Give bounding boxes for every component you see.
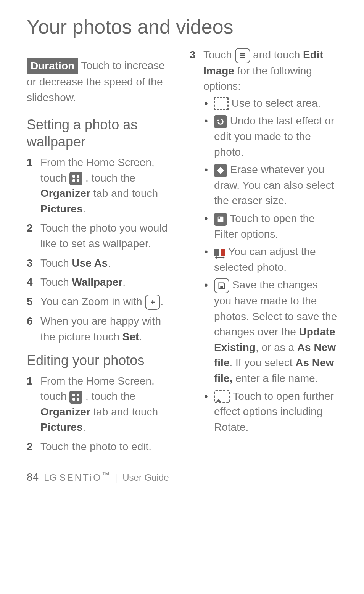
editing-step-2: Touch the photo to edit.	[27, 439, 174, 455]
duration-paragraph: Duration Touch to increase or decrease t…	[27, 58, 174, 105]
text: When you are happy with the picture touc…	[40, 315, 161, 343]
edit-options-list: Use to select area. Undo the last effect…	[203, 96, 337, 435]
text: Touch to open further effect options inc…	[214, 390, 334, 433]
text: .	[139, 331, 142, 343]
filter-icon	[214, 213, 227, 226]
text: enter a file name.	[232, 372, 318, 384]
svg-marker-3	[217, 119, 219, 121]
wallpaper-step-6: When you are happy with the picture touc…	[27, 314, 174, 344]
text: You can Zoom in with	[40, 296, 145, 307]
pictures-label: Pictures	[40, 421, 83, 433]
text: , or as a	[256, 341, 297, 353]
edit-option-undo: Undo the last effect or edit you made to…	[203, 113, 337, 160]
svg-rect-10	[220, 286, 223, 288]
text: Touch	[203, 49, 235, 61]
set-label: Set	[122, 331, 139, 343]
guide-label: User Guide	[122, 472, 169, 483]
text: tab and touch	[93, 187, 158, 199]
text: .	[83, 421, 86, 433]
wallpaper-step-1: From the Home Screen, touch , touch the …	[27, 155, 174, 217]
text: .	[108, 257, 111, 269]
undo-icon	[214, 115, 227, 128]
wallpaper-step-2: Touch the photo you would like to set as…	[27, 221, 174, 251]
brand-lg: LG	[44, 472, 57, 483]
save-disk-icon	[214, 278, 229, 293]
edit-option-effects: Touch to open further effect options inc…	[203, 389, 337, 435]
wallpaper-heading: Setting a photo as wallpaper	[27, 116, 174, 150]
wallpaper-step-4: Touch Wallpaper.	[27, 275, 174, 290]
text: .	[160, 296, 163, 307]
text: Touch to open the Filter options.	[214, 212, 315, 240]
apps-grid-icon	[69, 172, 82, 185]
effects-icon	[214, 390, 230, 403]
use-as-label: Use As	[72, 257, 108, 269]
text: tab and touch	[93, 406, 158, 418]
text: Erase whatever you draw. You can also se…	[214, 164, 334, 206]
editing-steps-right: Touch and touch Edit Image for the follo…	[190, 47, 337, 435]
text: .	[83, 203, 86, 215]
editing-step-1: From the Home Screen, touch , touch the …	[27, 373, 174, 435]
wallpaper-step-5: You can Zoom in with +.	[27, 294, 174, 310]
text: . If you select	[229, 357, 295, 369]
zoom-plus-icon: +	[145, 295, 160, 310]
page-number: 84	[27, 471, 39, 483]
edit-option-adjust: You can adjust the selected photo.	[203, 244, 337, 275]
wallpaper-steps: From the Home Screen, touch , touch the …	[27, 155, 174, 345]
eraser-icon	[214, 164, 227, 177]
brand-sentio: SENTiO	[60, 472, 102, 483]
editing-step-3: Touch and touch Edit Image for the follo…	[190, 47, 337, 435]
apps-grid-icon	[69, 391, 82, 404]
right-column: Touch and touch Edit Image for the follo…	[190, 47, 337, 459]
brand-block: LG SENTiO™	[44, 470, 110, 483]
svg-marker-9	[223, 256, 225, 259]
organizer-label: Organizer	[40, 406, 90, 418]
footer-rule	[27, 467, 72, 467]
svg-rect-1	[240, 55, 245, 56]
edit-option-filter: Touch to open the Filter options.	[203, 211, 337, 242]
text: Undo the last effect or edit you made to…	[214, 115, 334, 158]
svg-rect-6	[219, 217, 220, 219]
svg-rect-0	[240, 53, 245, 54]
duration-chip: Duration	[27, 58, 78, 74]
text: Use to select area.	[229, 97, 321, 109]
organizer-label: Organizer	[40, 187, 90, 199]
text: Touch	[40, 276, 72, 288]
edit-option-select-area: Use to select area.	[203, 96, 337, 111]
wallpaper-label: Wallpaper	[72, 276, 123, 288]
wallpaper-step-3: Touch Use As.	[27, 256, 174, 271]
left-column: Duration Touch to increase or decrease t…	[27, 47, 174, 459]
edit-option-erase: Erase whatever you draw. You can also se…	[203, 162, 337, 209]
pictures-label: Pictures	[40, 203, 83, 215]
select-area-icon	[214, 97, 229, 110]
page-title: Your photos and videos	[27, 15, 337, 38]
manual-page: Your photos and videos Duration Touch to…	[0, 0, 364, 491]
edit-option-save: Save the changes you have made to the ph…	[203, 277, 337, 386]
trademark: ™	[102, 470, 110, 479]
svg-marker-4	[217, 167, 224, 174]
text: , touch the	[85, 390, 135, 402]
two-column-layout: Duration Touch to increase or decrease t…	[27, 47, 337, 459]
menu-list-icon	[235, 48, 250, 63]
editing-heading: Editing your photos	[27, 352, 174, 369]
text: and touch	[253, 49, 303, 61]
page-footer: 84 LG SENTiO™ | User Guide	[27, 470, 337, 483]
svg-rect-2	[240, 57, 245, 58]
text: Touch	[40, 257, 72, 269]
text: .	[122, 276, 126, 288]
adjust-icon	[214, 248, 225, 257]
text: You can adjust the selected photo.	[214, 246, 316, 273]
footer-divider: |	[115, 472, 117, 483]
editing-steps-left: From the Home Screen, touch , touch the …	[27, 373, 174, 455]
svg-marker-8	[215, 256, 217, 259]
text: , touch the	[85, 172, 135, 184]
